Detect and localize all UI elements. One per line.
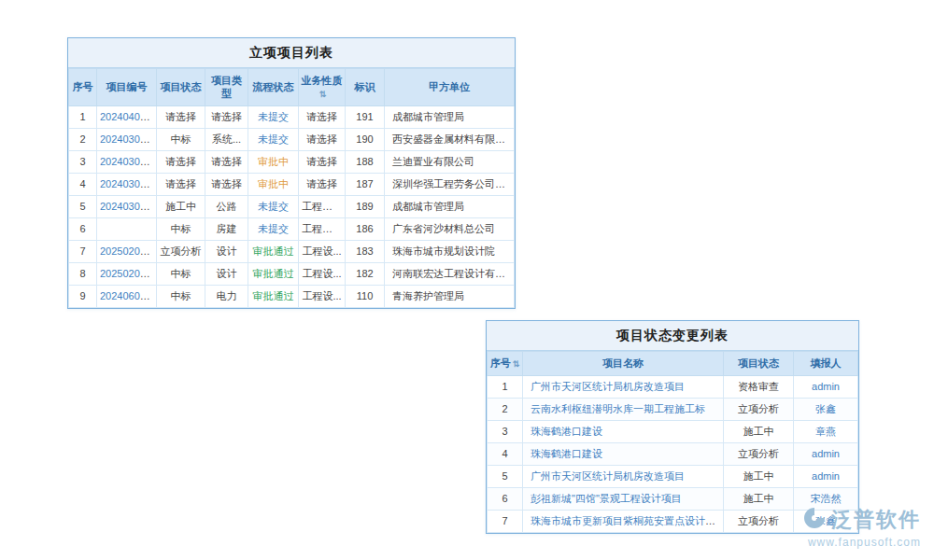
cell: 请选择 — [299, 173, 346, 195]
column-header-label: 填报人 — [811, 357, 842, 369]
table-row: 82025020003中标设计审批通过工程设...182河南联宏达工程设计有限公… — [69, 262, 515, 285]
column-header-label: 项目类型 — [211, 75, 242, 99]
table-row: 42024030008请选择请选择审批中请选择187深圳华强工程劳务公司班组 — [69, 173, 515, 195]
status-cell[interactable]: 审批通过 — [248, 240, 299, 262]
cell: 系统... — [205, 128, 248, 150]
status-cell[interactable]: 未提交 — [248, 195, 299, 217]
cell: 广州市天河区统计局机房改造项目 — [523, 465, 724, 487]
cell: 公路 — [205, 195, 248, 217]
column-header[interactable]: 序号⇅ — [488, 352, 523, 376]
reporter-cell[interactable]: admin — [794, 375, 858, 398]
cell: 立项分析 — [724, 398, 794, 420]
project-number-link[interactable]: 2024030011 — [100, 133, 156, 145]
column-header-label: 项目状态 — [738, 357, 779, 369]
table-row: 3珠海鹤港口建设施工中章燕 — [488, 420, 858, 442]
project-name-link[interactable]: 云南水利枢纽潜明水库一期工程施工标 — [531, 403, 705, 414]
cell: 7 — [69, 240, 97, 262]
cell: 施工中 — [724, 465, 794, 487]
cell: 成都城市管理局 — [385, 105, 515, 128]
column-header-label: 项目名称 — [602, 357, 644, 369]
table-row: 52024030010施工中公路未提交工程施工189成都城市管理局 — [69, 195, 515, 217]
reporter-cell[interactable]: 张鑫 — [794, 398, 858, 420]
page-canvas: 立项项目列表 序号项目编号项目状态项目类型流程状态业务性质⇅标识甲方单位 120… — [0, 0, 934, 560]
project-name-link[interactable]: 珠海市城市更新项目紫桐苑安置点设计项目 — [531, 515, 724, 526]
cell: 6 — [488, 487, 523, 510]
column-header-label: 项目状态 — [161, 81, 202, 92]
cell: 2 — [488, 398, 523, 420]
cell: 中标 — [157, 217, 205, 240]
table-row: 2云南水利枢纽潜明水库一期工程施工标立项分析张鑫 — [488, 398, 858, 420]
cell: 2024030008 — [97, 173, 157, 195]
column-header-label: 业务性质 — [302, 75, 343, 86]
cell: 2024060001 — [97, 285, 157, 307]
cell: 110 — [346, 285, 385, 307]
cell: 3 — [69, 150, 97, 173]
column-header-label: 标识 — [355, 81, 375, 92]
status-cell[interactable]: 未提交 — [248, 128, 299, 150]
project-name-link[interactable]: 广州市天河区统计局机房改造项目 — [531, 470, 685, 482]
status-cell[interactable]: 未提交 — [248, 105, 299, 128]
table-row: 92024060001中标电力审批通过工程设...110青海养护管理局 — [69, 285, 515, 307]
column-header: 标识 — [346, 69, 385, 106]
cell: 工程设... — [299, 240, 346, 262]
cell: 2024030010 — [97, 195, 157, 217]
status-cell[interactable]: 审批通过 — [248, 262, 299, 285]
project-number-link[interactable]: 2024030008 — [100, 178, 157, 189]
cell: 6 — [69, 217, 97, 240]
column-header: 流程状态 — [248, 69, 299, 106]
column-header-label: 序号 — [73, 81, 93, 92]
cell: 资格审查 — [724, 375, 794, 398]
project-name-link[interactable]: 广州市天河区统计局机房改造项目 — [531, 381, 685, 392]
cell: 施工中 — [724, 420, 794, 442]
reporter-cell[interactable]: admin — [794, 465, 858, 487]
project-number-link[interactable]: 2024030010 — [100, 201, 157, 212]
reporter-cell[interactable]: 章燕 — [794, 420, 858, 442]
column-header-label: 项目编号 — [106, 81, 148, 92]
column-header[interactable]: 业务性质⇅ — [299, 69, 346, 106]
cell: 186 — [346, 217, 385, 240]
header-row: 序号项目编号项目状态项目类型流程状态业务性质⇅标识甲方单位 — [69, 69, 515, 106]
status-cell[interactable]: 审批中 — [248, 150, 299, 173]
project-number-link[interactable]: 2024060001 — [100, 290, 157, 301]
cell: 立项分析 — [724, 510, 794, 532]
reporter-cell[interactable]: admin — [794, 442, 858, 465]
column-header: 项目编号 — [97, 69, 157, 106]
cell: 西安盛器金属材料有限公司 — [385, 128, 515, 150]
cell: 中标 — [157, 262, 205, 285]
project-name-link[interactable]: 彭祖新城"四馆"景观工程设计项目 — [531, 493, 682, 504]
sort-icon[interactable]: ⇅ — [513, 359, 520, 369]
cell: 1 — [69, 105, 97, 128]
cell: 成都城市管理局 — [385, 195, 515, 217]
cell: 设计 — [205, 240, 248, 262]
project-number-link[interactable]: 2025020004 — [100, 245, 157, 257]
table-row: 22024030011中标系统...未提交请选择190西安盛器金属材料有限公司 — [69, 128, 515, 150]
status-cell[interactable]: 审批中 — [248, 173, 299, 195]
cell: 2 — [69, 128, 97, 150]
cell: 施工中 — [157, 195, 205, 217]
project-number-link[interactable]: 2025020003 — [100, 268, 157, 279]
cell: 请选择 — [205, 173, 248, 195]
column-header: 填报人 — [794, 352, 858, 376]
table-row: 1广州市天河区统计局机房改造项目资格审查admin — [488, 375, 858, 398]
cell: 工程设... — [299, 285, 346, 307]
cell: 珠海鹤港口建设 — [523, 442, 724, 465]
cell: 5 — [488, 465, 523, 487]
project-number-link[interactable]: 2024040005 — [100, 111, 157, 122]
cell: 施工中 — [724, 487, 794, 510]
cell: 请选择 — [157, 150, 205, 173]
status-cell[interactable]: 未提交 — [248, 217, 299, 240]
cell: 电力 — [205, 285, 248, 307]
project-name-link[interactable]: 珠海鹤港口建设 — [531, 448, 602, 459]
header-row: 序号⇅项目名称项目状态填报人 — [488, 352, 858, 376]
project-list-panel: 立项项目列表 序号项目编号项目状态项目类型流程状态业务性质⇅标识甲方单位 120… — [67, 37, 516, 309]
cell: 190 — [346, 128, 385, 150]
cell: 立项分析 — [157, 240, 205, 262]
column-header-label: 甲方单位 — [429, 81, 470, 92]
column-header: 项目名称 — [523, 352, 724, 376]
status-cell[interactable]: 审批通过 — [248, 285, 299, 307]
cell: 2025020003 — [97, 262, 157, 285]
column-header: 项目类型 — [205, 69, 248, 106]
sort-icon[interactable]: ⇅ — [319, 90, 327, 99]
project-number-link[interactable]: 2024030009 — [100, 156, 157, 167]
project-name-link[interactable]: 珠海鹤港口建设 — [531, 426, 602, 437]
